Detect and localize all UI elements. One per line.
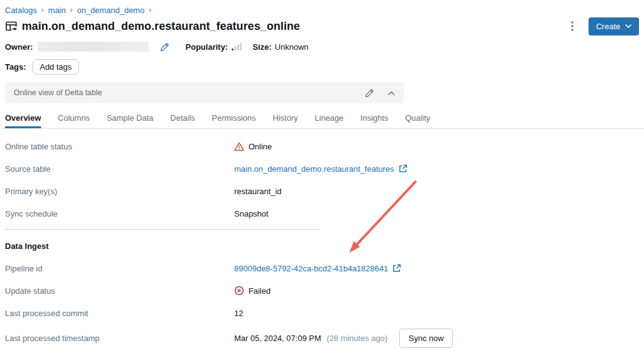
error-circle-x-icon <box>234 286 244 296</box>
row-online-table-status: Online table status Online <box>5 135 639 157</box>
external-link-icon[interactable] <box>399 164 407 173</box>
section-divider <box>5 229 320 230</box>
collapse-description-chevron-up-icon[interactable] <box>388 91 395 95</box>
update-status-value: Failed <box>249 286 270 296</box>
size-value: Unknown <box>275 42 308 52</box>
external-link-icon[interactable] <box>392 264 401 273</box>
sync-schedule-value: Snapshot <box>234 209 268 218</box>
row-sync-schedule: Sync schedule Snapshot <box>5 202 639 225</box>
tab-overview[interactable]: Overview <box>5 110 41 128</box>
tab-bar: Overview Columns Sample Data Details Per… <box>0 110 644 129</box>
title-row: main.on_demand_demo.restaurant_features_… <box>5 17 639 35</box>
online-table-page: Catalogs › main › on_demand_demo › main.… <box>0 0 644 351</box>
kebab-menu-icon[interactable] <box>565 19 580 34</box>
breadcrumb: Catalogs › main › on_demand_demo › <box>5 5 639 15</box>
breadcrumb-separator: › <box>41 6 44 14</box>
tab-permissions[interactable]: Permissions <box>212 110 256 128</box>
popularity-meter-icon <box>232 43 242 50</box>
overview-panel: Online table status Online Source table … <box>5 135 639 351</box>
row-label: Pipeline id <box>5 264 234 273</box>
row-last-processed-commit: Last processed commit 12 <box>5 302 639 324</box>
row-label: Last processed commit <box>5 309 234 318</box>
row-label: Update status <box>5 286 234 296</box>
breadcrumb-separator: › <box>70 6 73 14</box>
size-label: Size: <box>253 42 272 52</box>
breadcrumb-on-demand-demo[interactable]: on_demand_demo <box>77 6 144 15</box>
edit-owner-pencil-icon[interactable] <box>160 42 169 52</box>
create-button[interactable]: Create <box>589 17 639 35</box>
breadcrumb-catalogs[interactable]: Catalogs <box>5 6 37 15</box>
row-label: Last processed timestamp <box>5 334 234 343</box>
tab-quality[interactable]: Quality <box>405 110 430 128</box>
page-title: main.on_demand_demo.restaurant_features_… <box>22 20 300 33</box>
source-table-link[interactable]: main.on_demand_demo.restaurant_features <box>234 164 394 174</box>
row-label: Source table <box>5 164 234 174</box>
owner-value-redacted <box>38 42 149 52</box>
pipeline-id-link[interactable]: 89009de8-5792-42ca-bcd2-41b4a1828641 <box>234 264 388 273</box>
tab-lineage[interactable]: Lineage <box>315 110 343 128</box>
warning-triangle-icon <box>234 142 244 151</box>
create-button-label: Create <box>596 22 620 31</box>
edit-description-pencil-icon[interactable] <box>365 88 374 98</box>
row-primary-keys: Primary key(s) restaurant_id <box>5 180 639 202</box>
owner-label: Owner: <box>5 42 33 52</box>
row-source-table: Source table main.on_demand_demo.restaur… <box>5 157 639 180</box>
tags-row: Tags: Add tags <box>5 58 639 75</box>
online-table-status-value: Online <box>249 142 272 151</box>
row-pipeline-id: Pipeline id 89009de8-5792-42ca-bcd2-41b4… <box>5 257 639 279</box>
section-title: Data Ingest <box>5 241 49 251</box>
tab-insights[interactable]: Insights <box>361 110 389 128</box>
tags-label: Tags: <box>5 62 26 72</box>
row-last-processed-timestamp: Last processed timestamp Mar 05, 2024, 0… <box>5 324 639 351</box>
tab-sample-data[interactable]: Sample Data <box>107 110 153 128</box>
last-processed-commit-value: 12 <box>234 309 243 318</box>
add-tags-button[interactable]: Add tags <box>32 59 79 75</box>
popularity-label: Popularity: <box>186 42 228 52</box>
row-update-status: Update status Failed <box>5 279 639 302</box>
last-processed-timestamp-value: Mar 05, 2024, 07:09 PM <box>234 334 321 343</box>
data-ingest-section-header: Data Ingest <box>5 235 639 257</box>
tab-columns[interactable]: Columns <box>58 110 90 128</box>
primary-keys-value: restaurant_id <box>234 187 282 196</box>
meta-row: Owner: Popularity: Size: Unknown <box>5 41 639 52</box>
sync-now-button[interactable]: Sync now <box>399 329 453 348</box>
online-table-icon <box>5 20 17 32</box>
chevron-down-icon <box>625 24 632 28</box>
tab-details[interactable]: Details <box>170 110 195 128</box>
breadcrumb-separator: › <box>149 6 151 14</box>
description-bar: Online view of Delta table <box>5 82 404 103</box>
tab-history[interactable]: History <box>273 110 298 128</box>
last-processed-timestamp-relative: (28 minutes ago) <box>326 334 387 343</box>
row-label: Online table status <box>5 142 234 151</box>
row-label: Sync schedule <box>5 209 234 218</box>
row-label: Primary key(s) <box>5 187 234 196</box>
breadcrumb-main[interactable]: main <box>48 6 65 15</box>
description-text: Online view of Delta table <box>14 88 365 97</box>
